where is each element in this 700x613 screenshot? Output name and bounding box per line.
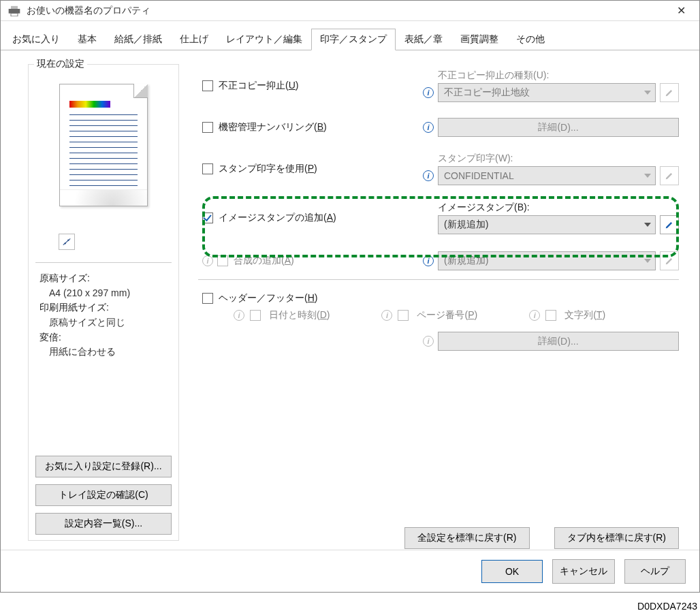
tab-stamp[interactable]: 印字／スタンプ: [311, 29, 396, 50]
register-favorite-button[interactable]: お気に入り設定に登録(R)...: [35, 456, 172, 477]
preview-toggle-button[interactable]: [59, 234, 75, 250]
chevron-down-icon: [644, 174, 651, 178]
info-icon: i: [423, 336, 434, 347]
ok-button[interactable]: OK: [481, 560, 543, 583]
window-title: お使いの機器名のプロパティ: [27, 5, 150, 17]
current-settings-label: 現在の設定: [34, 58, 87, 70]
cancel-button[interactable]: キャンセル: [552, 559, 615, 584]
info-icon[interactable]: i: [423, 87, 434, 98]
stamp-print-checkbox[interactable]: [202, 163, 213, 174]
current-settings-group: 現在の設定 原稿サイズ: A4 (210 x 297 mm) 印刷用紙サイ: [28, 64, 179, 541]
stamp-options-area: 不正コピー抑止(U) 不正コピー抑止の種類(U): i 不正コピー抑止地紋: [198, 69, 679, 549]
tab-cover[interactable]: 表紙／章: [396, 29, 451, 50]
header-footer-checkbox[interactable]: [202, 293, 213, 304]
tab-favorites[interactable]: お気に入り: [3, 29, 69, 50]
printer-properties-dialog: お使いの機器名のプロパティ ✕ お気に入り 基本 給紙／排紙 仕上げ レイアウト…: [0, 0, 700, 593]
svg-rect-2: [11, 13, 18, 16]
compose-select: (新規追加): [438, 251, 656, 270]
info-icon: i: [381, 310, 392, 321]
info-icon[interactable]: i: [423, 122, 434, 133]
confirm-tray-button[interactable]: トレイ設定の確認(C): [35, 484, 172, 506]
unauth-edit-button: [660, 83, 679, 102]
reset-all-button[interactable]: 全設定を標準に戻す(R): [404, 527, 529, 549]
info-icon[interactable]: i: [423, 170, 434, 181]
hf-date-checkbox: [250, 310, 261, 321]
secure-detail-button: 詳細(D)...: [438, 118, 679, 137]
header-footer-label: ヘッダー／フッター(H): [219, 292, 317, 304]
tab-finish[interactable]: 仕上げ: [171, 29, 217, 50]
svg-point-4: [67, 240, 69, 241]
printer-icon: [7, 5, 21, 16]
info-icon: i: [234, 310, 244, 321]
tab-basic[interactable]: 基本: [69, 29, 106, 50]
info-icon: i: [529, 310, 540, 321]
stamp-edit-button: [660, 166, 679, 185]
hf-text-checkbox: [545, 310, 556, 321]
chevron-down-icon: [644, 223, 651, 227]
hf-detail-button: 詳細(D)...: [438, 332, 679, 351]
image-id-label: D0DXDA7243: [637, 601, 697, 612]
image-stamp-label: イメージスタンプの追加(A): [219, 212, 336, 224]
image-stamp-checkbox[interactable]: [202, 213, 213, 223]
tab-strip: お気に入り 基本 給紙／排紙 仕上げ レイアウト／編集 印字／スタンプ 表紙／章…: [1, 25, 699, 50]
hf-page-checkbox: [398, 310, 409, 321]
unauth-copy-label: 不正コピー抑止(U): [219, 80, 298, 92]
secure-numbering-checkbox[interactable]: [202, 122, 213, 133]
compose-edit-button: [660, 251, 679, 270]
help-button[interactable]: ヘルプ: [624, 559, 686, 584]
title-bar: お使いの機器名のプロパティ ✕: [1, 1, 699, 21]
reset-tab-button[interactable]: タブ内を標準に戻す(R): [554, 527, 679, 549]
close-icon[interactable]: ✕: [670, 1, 693, 20]
secure-numbering-label: 機密管理ナンバリング(B): [219, 121, 327, 133]
settings-list-button[interactable]: 設定内容一覧(S)...: [35, 513, 172, 535]
tab-panel: 現在の設定 原稿サイズ: A4 (210 x 297 mm) 印刷用紙サイ: [1, 50, 699, 563]
chevron-down-icon: [644, 259, 651, 263]
info-icon[interactable]: i: [423, 255, 434, 266]
tab-paper[interactable]: 給紙／排紙: [106, 29, 171, 50]
svg-rect-0: [9, 8, 20, 13]
svg-point-3: [65, 242, 66, 244]
chevron-down-icon: [644, 91, 651, 95]
stamp-print-label: スタンプ印字を使用(P): [219, 163, 317, 175]
unauth-copy-checkbox[interactable]: [202, 80, 213, 91]
unauth-type-select: 不正コピー抑止地紋: [438, 83, 656, 102]
tab-layout[interactable]: レイアウト／編集: [217, 29, 311, 50]
svg-rect-1: [11, 5, 18, 8]
tab-quality[interactable]: 画質調整: [451, 29, 507, 50]
tab-other[interactable]: その他: [507, 29, 554, 50]
compose-checkbox: [217, 255, 228, 266]
settings-summary: 原稿サイズ: A4 (210 x 297 mm) 印刷用紙サイズ: 原稿サイズと…: [35, 271, 172, 360]
dialog-footer: OK キャンセル ヘルプ: [1, 550, 699, 592]
stamp-select: CONFIDENTIAL: [438, 166, 656, 185]
info-icon: i: [202, 255, 213, 266]
image-stamp-edit-button[interactable]: [660, 215, 679, 234]
image-stamp-select[interactable]: (新規追加): [438, 215, 656, 234]
page-preview: [52, 84, 155, 227]
compose-label: 合成の追加(A): [234, 255, 294, 267]
